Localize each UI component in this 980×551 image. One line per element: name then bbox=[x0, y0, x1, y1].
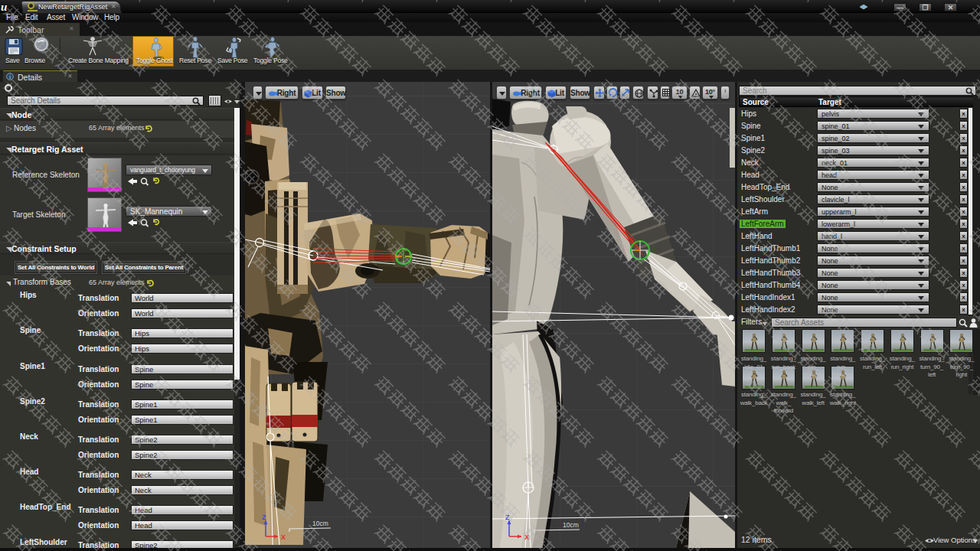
svg-text:X: X bbox=[281, 533, 286, 541]
svg-text:Z: Z bbox=[262, 514, 266, 521]
svg-text:10cm: 10cm bbox=[563, 521, 579, 529]
svg-text:i: i bbox=[9, 73, 11, 80]
svg-text:X: X bbox=[524, 533, 529, 541]
svg-text:Z: Z bbox=[505, 514, 510, 521]
svg-text:10cm: 10cm bbox=[312, 520, 328, 527]
